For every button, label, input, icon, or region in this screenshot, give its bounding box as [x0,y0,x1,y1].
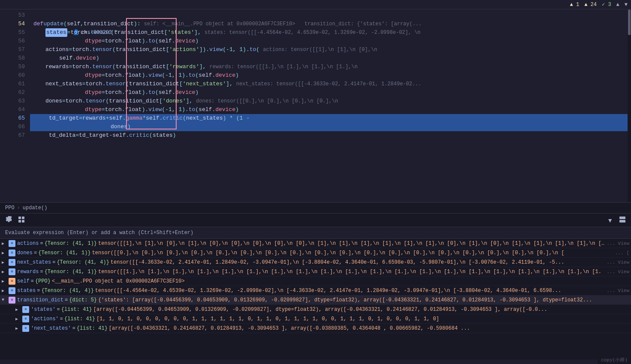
line-num-59: 59 [0,63,25,71]
expand-arrow-next-states-child[interactable]: ▶ [15,326,22,331]
var-eq-actions-child: = [60,316,63,322]
var-row-states-child[interactable]: ▶ ≡ 'states' = {list: 41} [array([-0.044… [0,305,631,314]
expand-arrow-next-states[interactable]: ▶ [2,260,9,265]
breadcrumb-class: PPO [5,205,15,211]
var-eq-next-states: = [52,259,55,265]
var-row-next-states[interactable]: ▶ ≡ next_states = {Tensor: (41, 4)} tens… [0,258,631,267]
var-type-next-states-child: {list: 41} [77,325,108,331]
code-line-60: dtype=torch.float).view(-1, 1).to(self.d… [30,71,631,80]
var-type-dones: {Tensor: (41, 1)} [38,250,90,256]
var-name-rewards: rewards [17,269,39,275]
line-num-65: 65 [0,114,25,123]
var-type-actions: {Tensor: (41, 1)} [45,241,97,247]
var-row-actions[interactable]: ▶ ≡ actions = {Tensor: (41, 1)} tensor([… [0,239,631,248]
debug-toolbar: ▼ [0,214,631,227]
expand-arrow-self[interactable]: ▶ [2,279,9,284]
var-icon-actions: ≡ [9,240,15,247]
eval-hint-text: Evaluate expression (Enter) or add a wat… [5,230,193,236]
code-line-53 [30,11,631,20]
chevron-down-debug[interactable]: ▼ [605,216,615,225]
var-eq-states: = [37,288,40,294]
var-row-rewards[interactable]: ▶ ≡ rewards = {Tensor: (41, 1)} tensor([… [0,267,631,277]
code-content[interactable]: def update(self, transition_dict): self:… [30,9,631,202]
code-line-64: dtype=torch.float).view(-1, 1).to(self.d… [30,105,631,114]
var-icon-states: ≡ [9,287,15,294]
code-line-59: rewards = torch.tensor(transition_dict['… [30,63,631,71]
code-line-54: def update(self, transition_dict): self:… [30,20,631,28]
var-type-rewards: {Tensor: (41, 1)} [45,269,97,275]
settings-button[interactable] [3,215,14,225]
var-val-actions: tensor([[1],\n [1],\n [0],\n [1],\n [0],… [98,241,605,247]
var-val-actions-child: [1, 1, 0, 1, 0, 0, 0, 0, 0, 0, 1, 1, 1, … [96,316,629,322]
chevron-up-icon[interactable]: ▲ [616,2,619,8]
var-eq-rewards: = [40,269,43,275]
expand-arrow-states-child[interactable]: ▶ [15,307,22,312]
svg-rect-5 [619,220,625,223]
line-num-61: 61 [0,80,25,88]
var-val-rewards: tensor([[1.],\n [1.],\n [1.],\n [1.],\n … [98,269,605,275]
var-name-states-child: 'states' [31,307,56,313]
var-row-dones[interactable]: ▶ ≡ dones = {Tensor: (41, 1)} tensor([[0… [0,248,631,258]
var-view-next-states[interactable]: ... View [607,260,629,265]
code-line-55: states = torch.tensor(transition_dict['s… [30,28,631,37]
var-row-states[interactable]: ▶ ≡ states = {Tensor: (41, 4)} tensor([[… [0,286,631,295]
expand-arrow-rewards[interactable]: ▶ [2,269,9,274]
code-line-66: dones) [30,123,631,131]
var-eq-next-states-child: = [72,325,75,331]
expand-arrow-actions-child[interactable]: ▶ [15,316,22,322]
chevron-down-icon[interactable]: ▼ [625,2,628,8]
var-eq-states-child: = [57,307,60,313]
debug-toolbar-right: ▼ [605,215,628,225]
line-num-63: 63 [0,97,25,105]
line-num-57: 57 [0,45,25,54]
var-row-next-states-child[interactable]: ▶ ≡ 'next_states' = {list: 41} [array([-… [0,324,631,333]
eval-bar[interactable]: Evaluate expression (Enter) or add a wat… [0,227,631,239]
var-icon-next-states: ≡ [9,259,15,266]
grid-view-button[interactable] [16,215,27,225]
var-view-states[interactable]: ... View [607,288,629,293]
editor-area: 👤 zxs-000202 * 53 54 55 56 57 58 59 60 6… [0,9,631,202]
debug-vars: ▶ ≡ actions = {Tensor: (41, 1)} tensor([… [0,239,631,360]
var-row-actions-child[interactable]: ▶ ≡ 'actions' = {list: 41} [1, 1, 0, 1, … [0,314,631,324]
var-val-next-states-child: [array([-0.04363321, 0.24146827, 0.01284… [109,325,629,331]
svg-rect-3 [22,220,24,223]
var-name-next-states: next_states [17,259,51,265]
var-type-states: {Tensor: (41, 4)} [41,288,93,294]
status-bar: copy(小师) [598,356,631,364]
expand-arrow-dones[interactable]: ▶ [2,250,9,256]
breadcrumb-separator: › [17,205,20,211]
line-num-56: 56 [0,37,25,45]
var-view-actions[interactable]: ... View [607,241,629,246]
var-icon-dones: ≡ [9,250,15,256]
scrollbar-thumb [628,9,631,35]
var-name-dones: dones [17,250,33,256]
expand-arrow-transition-dict[interactable]: ▼ [2,298,9,302]
svg-rect-4 [619,217,625,219]
line-num-60: 60 [0,71,25,80]
var-val-self: <__main__.PPO object at 0x000002A6F7C3EF… [52,278,629,284]
var-name-states: states [17,288,36,294]
var-icon-self: ≡ [9,278,15,285]
var-val-states-child: [array([-0.04456399, 0.04653909, 0.01326… [93,307,629,313]
code-line-61: next_states = torch.tensor(transition_di… [30,80,631,88]
var-icon-rewards: ≡ [9,268,15,275]
var-view-rewards[interactable]: ... View [607,269,629,274]
expand-arrow-states[interactable]: ▶ [2,288,9,293]
var-name-next-states-child: 'next_states' [31,325,71,331]
var-row-self[interactable]: ▶ ≡ self = {PPO} <__main__.PPO object at… [0,277,631,286]
editor-scrollbar[interactable] [628,9,631,202]
warning2-count: ▲ 24 [584,2,597,8]
var-row-transition-dict[interactable]: ▼ ≡ transition_dict = {dict: 5} {'states… [0,295,631,305]
var-eq-self: = [31,278,34,284]
var-view-dones[interactable]: ... [ [615,250,629,256]
breadcrumb-bar: PPO › update() [0,202,631,214]
code-line-63: dones = torch.tensor(transition_dict['do… [30,97,631,105]
code-line-65: td_target = rewards + self.gamma * self.… [30,114,631,123]
var-type-actions-child: {list: 41} [64,316,95,322]
warning-count: ▲ 1 [570,2,580,8]
expand-arrow-actions[interactable]: ▶ [2,241,9,246]
line-num-66: 66 [0,123,25,131]
var-icon-next-states-child: ≡ [22,325,29,332]
var-eq-transition-dict: = [65,297,68,303]
layout-toggle-button[interactable] [617,215,628,225]
